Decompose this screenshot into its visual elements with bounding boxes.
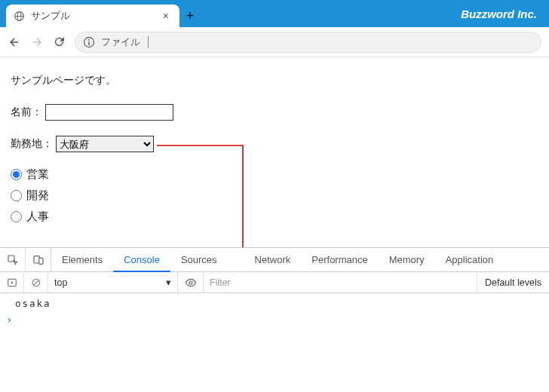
filter-placeholder: Filter <box>210 277 231 288</box>
name-label: 名前： <box>11 106 42 119</box>
console-filter-input[interactable]: Filter <box>204 272 477 292</box>
svg-point-4 <box>88 39 90 41</box>
console-controlbar: top ▾ Filter Default levels <box>0 272 549 293</box>
back-button[interactable] <box>8 35 21 49</box>
radio-row-hr[interactable]: 人事 <box>11 210 538 224</box>
new-tab-button[interactable]: + <box>179 5 201 27</box>
tab-console[interactable]: Console <box>113 248 170 272</box>
globe-icon <box>14 11 25 22</box>
address-bar[interactable]: ファイル <box>75 32 541 53</box>
radio-sales[interactable] <box>11 169 22 180</box>
svg-line-13 <box>33 280 38 284</box>
log-levels-select[interactable]: Default levels <box>477 272 549 292</box>
tab-performance[interactable]: Performance <box>301 248 378 271</box>
reload-button[interactable] <box>53 35 66 48</box>
devtools-tabbar: Elements Console Sources Network Perform… <box>0 248 549 272</box>
radio-dev[interactable] <box>11 190 22 201</box>
tab-network[interactable]: Network <box>244 248 302 271</box>
execution-context-label: top <box>54 277 67 288</box>
chevron-down-icon: ▾ <box>166 277 171 288</box>
tab-elements[interactable]: Elements <box>51 248 113 271</box>
forward-button[interactable] <box>30 35 44 49</box>
tab-application[interactable]: Application <box>435 248 505 271</box>
console-log-line: osaka <box>0 293 549 312</box>
page-viewport: サンプルページです。 名前： 勤務地： 大阪府 営業 開発 人事 <box>0 57 549 392</box>
log-levels-label: Default levels <box>485 277 541 288</box>
location-row: 勤務地： 大阪府 <box>11 136 538 152</box>
address-text: ファイル <box>101 35 140 49</box>
device-toolbar-button[interactable] <box>26 248 51 271</box>
browser-toolbar: ファイル <box>0 27 549 57</box>
svg-rect-5 <box>88 41 90 45</box>
location-select[interactable]: 大阪府 <box>56 136 154 152</box>
svg-marker-11 <box>11 281 13 284</box>
radio-hr-label: 人事 <box>26 210 49 224</box>
radio-row-sales[interactable]: 営業 <box>11 167 538 182</box>
inspect-element-button[interactable] <box>0 248 26 271</box>
name-row: 名前： <box>11 104 538 121</box>
clear-console-button[interactable] <box>24 272 48 292</box>
svg-rect-9 <box>38 258 42 264</box>
radio-row-dev[interactable]: 開発 <box>11 188 538 203</box>
tab-memory[interactable]: Memory <box>379 248 435 271</box>
info-icon <box>83 36 95 48</box>
radio-sales-label: 営業 <box>26 167 49 182</box>
name-input[interactable] <box>45 104 173 121</box>
execution-context-select[interactable]: top ▾ <box>48 272 178 292</box>
tab-sources[interactable]: Sources <box>170 248 228 271</box>
tab-title: サンプル <box>31 10 154 23</box>
console-body[interactable]: osaka › <box>0 293 549 392</box>
console-prompt[interactable]: › <box>0 312 549 327</box>
browser-tab[interactable]: サンプル × <box>6 5 179 27</box>
brand-label: Buzzword Inc. <box>461 8 537 20</box>
department-radio-group: 営業 開発 人事 <box>11 167 538 224</box>
svg-point-14 <box>189 281 192 284</box>
close-tab-button[interactable]: × <box>160 10 172 22</box>
page-heading: サンプルページです。 <box>11 74 538 87</box>
browser-titlebar: サンプル × + Buzzword Inc. <box>0 0 549 27</box>
address-caret <box>148 36 149 48</box>
console-sidebar-toggle[interactable] <box>0 272 24 292</box>
live-expression-button[interactable] <box>178 272 204 292</box>
radio-dev-label: 開発 <box>26 188 49 203</box>
radio-hr[interactable] <box>11 211 22 222</box>
devtools-panel: Elements Console Sources Network Perform… <box>0 247 549 392</box>
location-label: 勤務地： <box>11 137 53 151</box>
